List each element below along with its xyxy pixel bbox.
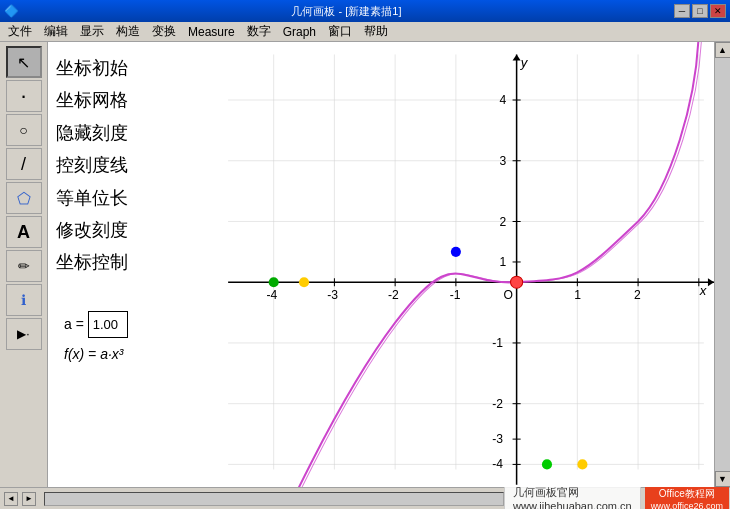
dot-tool[interactable]: ·	[6, 80, 42, 112]
titlebar-icon: 🔷	[4, 4, 19, 18]
info-tool[interactable]: ℹ	[6, 284, 42, 316]
menu-item-coord-grid[interactable]: 坐标网格	[56, 84, 210, 116]
watermark-text: 几何画板官网www.jihehuaban.com.cn	[513, 486, 632, 509]
y-axis-label: y	[520, 55, 529, 70]
office-label: Office教程网	[659, 487, 715, 501]
red-dot-origin	[511, 276, 523, 288]
toolbar: ↖ · ○ / ⬠ A ✏ ℹ ▶·	[0, 42, 48, 487]
svg-text:-1: -1	[492, 336, 503, 350]
scroll-left-button[interactable]: ◄	[4, 492, 18, 506]
a-label: a =	[64, 316, 84, 332]
svg-text:-4: -4	[267, 288, 278, 302]
menu-window[interactable]: 窗口	[322, 22, 358, 41]
menu-graph[interactable]: Graph	[277, 24, 322, 40]
play-tool[interactable]: ▶·	[6, 318, 42, 350]
graph-area[interactable]: x y -4 -3 -2 -1 1	[218, 42, 714, 487]
svg-text:1: 1	[499, 255, 506, 269]
menu-item-coord-start[interactable]: 坐标初始	[56, 52, 210, 84]
menu-item-control-line[interactable]: 控刻度线	[56, 149, 210, 181]
scroll-track[interactable]	[715, 58, 731, 471]
menu-number[interactable]: 数字	[241, 22, 277, 41]
svg-text:-4: -4	[492, 457, 503, 471]
text-tool[interactable]: A	[6, 216, 42, 248]
menu-item-coord-control[interactable]: 坐标控制	[56, 246, 210, 278]
menu-construct[interactable]: 构造	[110, 22, 146, 41]
close-button[interactable]: ✕	[710, 4, 726, 18]
menubar: 文件 编辑 显示 构造 变换 Measure 数字 Graph 窗口 帮助	[0, 22, 730, 42]
left-panel: 坐标初始 坐标网格 隐藏刻度 控刻度线 等单位长 修改刻度 坐标控制 a = 1…	[48, 42, 218, 487]
office-url: www.office26.com	[651, 501, 723, 510]
menu-help[interactable]: 帮助	[358, 22, 394, 41]
graph-svg: x y -4 -3 -2 -1 1	[218, 42, 714, 487]
formula-display: f(x) = a·x³	[64, 342, 202, 367]
yellow-dot-bottom	[577, 459, 587, 469]
horizontal-scrollbar[interactable]	[44, 492, 504, 506]
svg-text:1: 1	[574, 288, 581, 302]
menu-measure[interactable]: Measure	[182, 24, 241, 40]
arrow-tool[interactable]: ↖	[6, 46, 42, 78]
content-area: 坐标初始 坐标网格 隐藏刻度 控刻度线 等单位长 修改刻度 坐标控制 a = 1…	[48, 42, 730, 487]
yellow-dot-left	[299, 277, 309, 287]
svg-text:-3: -3	[492, 432, 503, 446]
menu-edit[interactable]: 编辑	[38, 22, 74, 41]
statusbar: ◄ ► 几何画板官网www.jihehuaban.com.cn Office教程…	[0, 487, 730, 509]
math-area: a = 1.00 f(x) = a·x³	[56, 299, 210, 380]
scroll-right-button[interactable]: ►	[22, 492, 36, 506]
menu-transform[interactable]: 变换	[146, 22, 182, 41]
svg-marker-15	[708, 278, 714, 286]
formula-text: f(x) = a·x³	[64, 346, 124, 362]
circle-tool[interactable]: ○	[6, 114, 42, 146]
titlebar-title: 几何画板 - [新建素描1]	[19, 4, 674, 19]
a-equation: a = 1.00	[64, 311, 202, 338]
maximize-button[interactable]: □	[692, 4, 708, 18]
menu-file[interactable]: 文件	[2, 22, 38, 41]
menu-display[interactable]: 显示	[74, 22, 110, 41]
scroll-down-button[interactable]: ▼	[715, 471, 731, 487]
polygon-tool[interactable]: ⬠	[6, 182, 42, 214]
scroll-up-button[interactable]: ▲	[715, 42, 731, 58]
green-dot-bottom	[542, 459, 552, 469]
minimize-button[interactable]: ─	[674, 4, 690, 18]
svg-text:3: 3	[499, 154, 506, 168]
statusbar-left: ◄ ►	[4, 492, 504, 506]
svg-text:4: 4	[499, 93, 506, 107]
main-area: ↖ · ○ / ⬠ A ✏ ℹ ▶· 坐标初始 坐标网格 隐藏刻度 控刻度线 等…	[0, 42, 730, 487]
green-dot-left	[269, 277, 279, 287]
menu-item-hide-scale[interactable]: 隐藏刻度	[56, 117, 210, 149]
x-axis-label: x	[699, 283, 707, 298]
right-scrollbar[interactable]: ▲ ▼	[714, 42, 730, 487]
titlebar-controls: ─ □ ✕	[674, 4, 726, 18]
menu-item-modify-scale[interactable]: 修改刻度	[56, 214, 210, 246]
blue-dot	[451, 247, 461, 257]
svg-text:-3: -3	[327, 288, 338, 302]
menu-item-equal-unit[interactable]: 等单位长	[56, 182, 210, 214]
svg-text:2: 2	[634, 288, 641, 302]
office-box: Office教程网 www.office26.com	[645, 485, 729, 510]
line-tool[interactable]: /	[6, 148, 42, 180]
svg-text:2: 2	[499, 215, 506, 229]
svg-text:O: O	[503, 288, 512, 302]
svg-text:-2: -2	[492, 397, 503, 411]
marker-tool[interactable]: ✏	[6, 250, 42, 282]
svg-marker-16	[513, 54, 521, 60]
svg-text:-2: -2	[388, 288, 399, 302]
titlebar: 🔷 几何画板 - [新建素描1] ─ □ ✕	[0, 0, 730, 22]
svg-text:-1: -1	[450, 288, 461, 302]
a-value[interactable]: 1.00	[88, 311, 128, 338]
